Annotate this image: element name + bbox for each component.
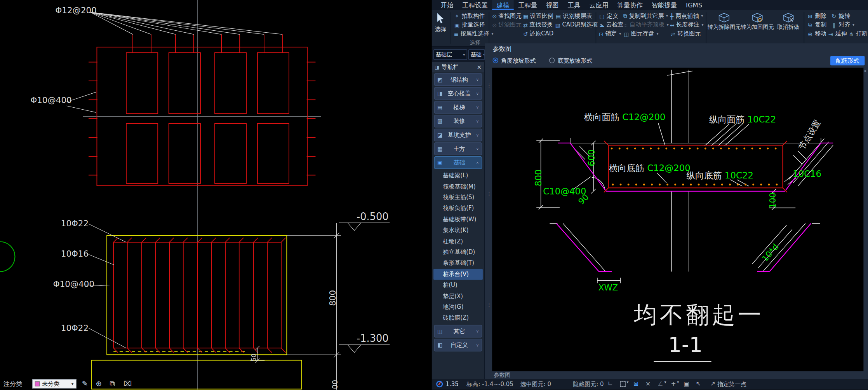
cancel-demolition-button[interactable]: 取消拆做: [774, 10, 803, 30]
nav-item-strip-foundation[interactable]: 条形基础(T): [432, 258, 484, 269]
erase-icon[interactable]: ⌧: [124, 380, 132, 388]
delete-button[interactable]: ⊠删除: [807, 12, 826, 21]
filter-element-button[interactable]: ⊘过滤图元: [492, 21, 520, 30]
select-tool-button[interactable]: 选择: [432, 10, 450, 33]
length-annotation-button[interactable]: ↔长度标注▾: [670, 21, 703, 30]
rebar-form-button[interactable]: 配筋形式: [830, 56, 865, 65]
tab-quantity[interactable]: 工程量: [514, 0, 542, 10]
copy-icon[interactable]: ⧉: [110, 380, 115, 388]
close-icon[interactable]: ×: [477, 64, 482, 70]
section-mark-label: 1-1: [668, 332, 702, 357]
selection-box-icon[interactable]: [620, 381, 625, 387]
tab-project-settings[interactable]: 工程设置: [458, 0, 492, 10]
caret-down-icon: ▾: [852, 23, 854, 27]
nav-group-earthwork[interactable]: ▦土方∨: [434, 142, 482, 155]
parameter-window-title: 参数图: [485, 43, 868, 54]
tab-tools[interactable]: 工具: [563, 0, 585, 10]
copy-button[interactable]: ⧉复制: [807, 21, 826, 30]
pick-component-button[interactable]: ⌖拍取构件: [454, 12, 486, 21]
define-column: ▢定义 ☁云检查 ⊡锁定▾: [597, 10, 622, 38]
pan-icon[interactable]: ⊕: [96, 380, 102, 388]
find-replace-button[interactable]: ⇄查找替换: [523, 21, 552, 30]
category-dropdown[interactable]: 未分类 ▾: [32, 379, 77, 388]
nav-group-foundation[interactable]: ▣基础∧: [434, 156, 482, 169]
pointer-mode-icon[interactable]: ↖: [696, 380, 701, 388]
element-dropdown[interactable]: 基础 ▾: [468, 49, 485, 60]
screen: Φ12@200 Φ10@400 10Φ22 10Φ16 Φ10@400 10Φ2…: [0, 0, 868, 390]
auto-align-slab-button[interactable]: ≑自动平齐顶板▾: [623, 21, 666, 30]
convert-element-button[interactable]: ⇌转换图元: [670, 30, 703, 38]
nav-item-isolated-foundation[interactable]: 独立基础(D): [432, 247, 484, 258]
replace-icon: ⇄: [523, 22, 528, 28]
copy-to-other-layer-button[interactable]: ⧉复制到其它层▾: [623, 12, 666, 21]
cloud-check-button[interactable]: ☁云检查: [599, 21, 620, 30]
move-button[interactable]: ⊕移动: [807, 30, 826, 38]
pile-cap-diagram-canvas[interactable]: 横向面筋 C12@200 纵向面筋 10C22 横向底筋 C12@200 纵向底…: [492, 68, 863, 371]
to-reinforce-button[interactable]: 转为加固图元: [741, 10, 774, 30]
tab-collaboration[interactable]: 算量协作: [613, 0, 647, 10]
width-slope-radio[interactable]: 底宽放坡形式: [549, 57, 592, 65]
nav-item-foundation-strip[interactable]: 基础板带(W): [432, 214, 484, 225]
two-point-axis-button[interactable]: ╋两点辅轴▾: [670, 12, 703, 21]
snap-cross-icon[interactable]: +: [671, 380, 676, 388]
find-element-button[interactable]: ⊙查找图元: [492, 12, 520, 21]
nav-item-raft-main-rebar[interactable]: 筏板主筋(S): [432, 192, 484, 203]
ribbon-collapse-icon[interactable]: ∧: [861, 31, 865, 37]
section-bottom-bars-label: 10Φ22: [61, 323, 89, 333]
window-select-icon[interactable]: ⊠: [633, 380, 638, 388]
select-by-property-button[interactable]: ≡按属性选择▾: [454, 30, 486, 38]
nav-item-trench[interactable]: 地沟(G): [432, 302, 484, 313]
nav-group-pit-support[interactable]: ◪基坑支护∨: [434, 129, 482, 142]
tab-view[interactable]: 视图: [542, 0, 564, 10]
edit-icon[interactable]: ✎: [82, 380, 88, 388]
compass-icon[interactable]: [436, 381, 443, 387]
tab-smart-quantity[interactable]: 智能提量: [647, 0, 681, 10]
parameter-bottom-tab[interactable]: 参数图: [485, 371, 868, 379]
nav-group-decoration[interactable]: ▨装修∨: [434, 115, 482, 128]
nav-group-custom[interactable]: ◧自定义∨: [434, 339, 482, 352]
align-button[interactable]: ∥对齐▾: [831, 21, 854, 30]
plan-top-rebar-label: Φ12@200: [56, 5, 97, 16]
nav-item-brick-form[interactable]: 砖胎膜(Z): [432, 313, 484, 324]
recognize-floor-table-button[interactable]: ▤识别楼层表: [555, 12, 593, 21]
tab-modeling[interactable]: 建模: [492, 0, 514, 10]
grid-display-icon[interactable]: ▣: [684, 380, 689, 388]
tab-cloud[interactable]: 云应用: [585, 0, 613, 10]
grip-icon: ⋮: [487, 304, 492, 306]
nav-item-pile[interactable]: 桩(U): [432, 280, 484, 291]
cad-recognize-options-button[interactable]: ▧CAD识别选项▾: [555, 21, 593, 30]
nav-item-column-pier[interactable]: 柱墩(Z): [432, 236, 484, 247]
nav-group-other[interactable]: ◫其它∨: [434, 325, 482, 338]
save-element-button[interactable]: ◫图元存盘▾: [623, 30, 666, 38]
nav-group-steel[interactable]: ◩钢结构∨: [434, 73, 482, 86]
angle-snap-icon[interactable]: ∠: [658, 380, 663, 388]
nav-group-stairs[interactable]: ▤楼梯∨: [434, 101, 482, 114]
tab-igms[interactable]: IGMS: [682, 0, 707, 10]
define-button[interactable]: ▢定义: [599, 12, 620, 21]
nav-item-pile-cap[interactable]: 桩承台(V): [433, 269, 483, 280]
ortho-mode-icon[interactable]: ∟: [608, 380, 613, 388]
restore-cad-button[interactable]: ↺还原CAD: [523, 30, 552, 38]
extend-button[interactable]: ⇥延伸: [828, 30, 847, 38]
nav-group-hollow-slab[interactable]: ◨空心楼盖∨: [434, 87, 482, 100]
cad-viewport[interactable]: Φ12@200 Φ10@400 10Φ22 10Φ16 Φ10@400 10Φ2…: [0, 0, 432, 390]
navigation-panel: ◨ 导航栏 × ◩钢结构∨ ◨空心楼盖∨ ▤楼梯∨ ▨装修∨ ◪基坑支护∨ ▦土…: [432, 62, 485, 379]
floor-dropdown[interactable]: 基础层 ▾: [433, 49, 467, 60]
left-grip-strip[interactable]: ⋮ ⋮ ⋮: [485, 68, 492, 371]
to-demolition-button[interactable]: 转为拆除图元: [708, 10, 741, 30]
nav-item-foundation-beam[interactable]: 基础梁(L): [432, 170, 484, 181]
right-scroll-strip[interactable]: ▪: [864, 68, 868, 371]
deselect-icon[interactable]: ×: [645, 380, 651, 388]
batch-select-button[interactable]: ▣批量选择: [454, 21, 486, 30]
category-color-swatch: [35, 381, 40, 387]
set-scale-button[interactable]: ▦设置比例: [523, 12, 552, 21]
nav-item-sump-pit[interactable]: 集水坑(K): [432, 225, 484, 236]
caret-down-icon: ▾: [677, 380, 679, 385]
nav-item-cushion[interactable]: 垫层(X): [432, 291, 484, 302]
tab-start[interactable]: 开始: [436, 0, 458, 10]
lock-button[interactable]: ⊡锁定▾: [599, 30, 620, 38]
nav-item-raft-negative-rebar[interactable]: 筏板负筋(F): [432, 203, 484, 214]
nav-item-raft-foundation[interactable]: 筏板基础(M): [432, 181, 484, 192]
rotate-button[interactable]: ↻旋转: [831, 12, 850, 21]
angle-slope-radio[interactable]: 角度放坡形式: [493, 57, 536, 65]
